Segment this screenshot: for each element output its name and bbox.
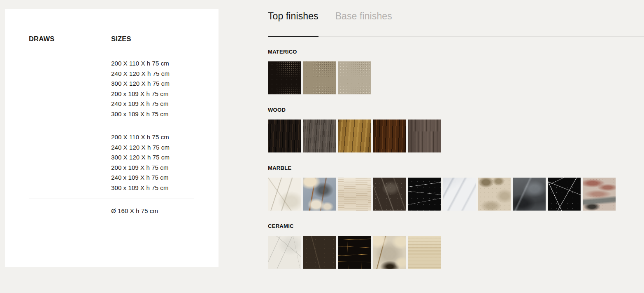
swatch-row xyxy=(268,178,616,211)
swatch-white-veined-ceramic[interactable] xyxy=(268,236,301,269)
swatch-sahara-noir-ceramic[interactable] xyxy=(338,236,371,269)
swatch-golden-oak[interactable] xyxy=(338,120,371,152)
tab-base-finishes[interactable]: Base finishes xyxy=(335,11,392,36)
swatch-dark-emperador[interactable] xyxy=(373,178,406,211)
size-row: 300 X 120 X h 75 cm xyxy=(5,152,219,163)
swatch-taupe-speckled[interactable] xyxy=(303,61,336,94)
size-row: 200 X 110 X h 75 cm xyxy=(5,132,219,143)
sizes-header: SIZES xyxy=(111,35,131,42)
category-wood: WOOD xyxy=(268,107,616,152)
swatch-beige-travertine[interactable] xyxy=(338,178,371,211)
size-row: 240 x 109 X h 75 cm xyxy=(5,99,219,109)
swatch-black-wood[interactable] xyxy=(268,120,301,152)
draws-header: DRAWS xyxy=(29,35,54,42)
tabs: Top finishesBase finishes xyxy=(268,11,644,37)
swatch-patagonia[interactable] xyxy=(303,178,336,211)
swatch-row xyxy=(268,236,616,269)
swatch-row xyxy=(268,120,616,152)
category-label: WOOD xyxy=(268,107,616,113)
size-row: 300 X 120 X h 75 cm xyxy=(5,79,219,89)
swatch-dark-emperador-ceramic[interactable] xyxy=(303,236,336,269)
size-row: 200 x 109 X h 75 cm xyxy=(5,163,219,173)
size-row: 200 x 109 X h 75 cm xyxy=(5,89,219,99)
swatch-beige-breccia[interactable] xyxy=(478,178,511,211)
size-row: 240 x 109 X h 75 cm xyxy=(5,173,219,183)
size-row: 300 x 109 X h 75 cm xyxy=(5,183,219,193)
swatch-patagonia-ceramic[interactable] xyxy=(373,236,406,269)
divider xyxy=(29,125,194,125)
size-row: 300 x 109 X h 75 cm xyxy=(5,109,219,120)
size-row: Ø 160 X h 75 cm xyxy=(5,206,219,216)
category-marble: MARBLE xyxy=(268,165,616,211)
swatch-smoked-walnut[interactable] xyxy=(408,120,441,152)
swatch-grey-stone[interactable] xyxy=(513,178,546,211)
size-row: 200 X 110 X h 75 cm xyxy=(5,59,219,69)
swatch-dark-walnut[interactable] xyxy=(373,120,406,152)
divider xyxy=(29,199,194,199)
size-group: Ø 160 X h 75 cm xyxy=(5,206,219,216)
category-label: CERAMIC xyxy=(268,223,616,229)
sizes-panel: DRAWS SIZES 200 X 110 X h 75 cm240 X 120… xyxy=(5,9,219,267)
tab-top-finishes[interactable]: Top finishes xyxy=(268,11,319,36)
category-label: MARBLE xyxy=(268,165,616,171)
size-row: 240 X 120 X h 75 cm xyxy=(5,143,219,153)
swatch-black-veined[interactable] xyxy=(408,178,441,211)
swatch-black-marquina[interactable] xyxy=(548,178,581,211)
swatch-white-carrara[interactable] xyxy=(443,178,476,211)
category-materico: MATERICO xyxy=(268,49,616,94)
swatch-red-breccia[interactable] xyxy=(583,178,616,211)
size-groups: 200 X 110 X h 75 cm240 X 120 X h 75 cm30… xyxy=(5,59,219,216)
swatch-grey-oak[interactable] xyxy=(303,120,336,152)
size-row: 240 X 120 X h 75 cm xyxy=(5,69,219,79)
category-label: MATERICO xyxy=(268,49,616,55)
swatch-white-calacatta[interactable] xyxy=(268,178,301,211)
size-group: 200 X 110 X h 75 cm240 X 120 X h 75 cm30… xyxy=(5,59,219,119)
swatch-travertine-ceramic[interactable] xyxy=(408,236,441,269)
category-ceramic: CERAMIC xyxy=(268,223,616,269)
swatch-black-speckled[interactable] xyxy=(268,61,301,94)
finish-categories: MATERICOWOODMARBLECERAMIC xyxy=(268,49,616,281)
size-group: 200 X 110 X h 75 cm240 X 120 X h 75 cm30… xyxy=(5,132,219,193)
swatch-row xyxy=(268,61,616,94)
swatch-beige-speckled[interactable] xyxy=(338,61,371,94)
